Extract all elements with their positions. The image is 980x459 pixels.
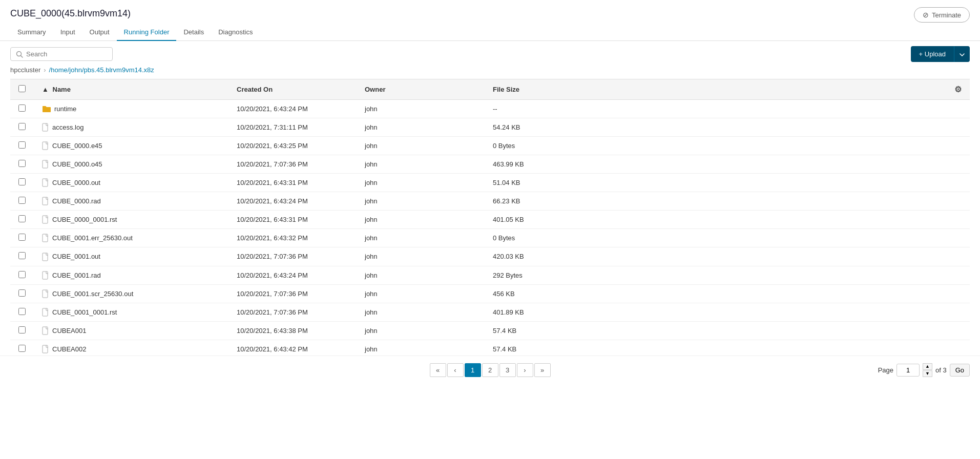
row-action-cell (946, 321, 970, 340)
svg-rect-2 (43, 123, 48, 131)
row-filesize-cell: 0 Bytes (485, 137, 946, 155)
row-checkbox[interactable] (18, 178, 26, 185)
row-filename[interactable]: CUBE_0000.e45 (52, 142, 102, 150)
row-checkbox-cell (10, 174, 34, 192)
row-created-cell: 10/20/2021, 6:43:24 PM (228, 266, 357, 284)
row-owner-cell: john (357, 229, 485, 247)
file-icon (42, 197, 52, 205)
table-row: runtime10/20/2021, 6:43:24 PMjohn-- (10, 100, 970, 118)
row-owner-cell: john (357, 284, 485, 303)
page-increment-button[interactable]: ▲ (923, 363, 932, 370)
svg-rect-8 (43, 234, 48, 242)
row-checkbox[interactable] (18, 197, 26, 204)
row-name-cell: CUBEA002 (34, 340, 228, 356)
row-checkbox[interactable] (18, 215, 26, 222)
row-created-cell: 10/20/2021, 6:43:25 PM (228, 137, 357, 155)
select-all-checkbox[interactable] (18, 85, 26, 92)
tab-input[interactable]: Input (53, 24, 82, 41)
page-of-label: of 3 (935, 366, 947, 374)
pagination-page-3[interactable]: 3 (499, 363, 516, 377)
pagination-first[interactable]: « (430, 363, 446, 377)
row-filename[interactable]: runtime (54, 105, 76, 113)
svg-rect-10 (43, 272, 48, 279)
tabs: Summary Input Output Running Folder Deta… (0, 24, 980, 41)
upload-button[interactable]: + Upload (911, 46, 954, 62)
row-filename[interactable]: access.log (52, 123, 84, 131)
row-checkbox-cell (10, 266, 34, 284)
page-number-input[interactable] (896, 364, 920, 377)
table-row: access.log10/20/2021, 7:31:11 PMjohn54.2… (10, 118, 970, 137)
svg-rect-5 (43, 179, 48, 186)
table-row: CUBE_0001.out10/20/2021, 7:07:36 PMjohn4… (10, 247, 970, 266)
pagination-last[interactable]: » (534, 363, 551, 377)
row-checkbox-cell (10, 211, 34, 229)
column-header-created[interactable]: Created On (228, 79, 357, 100)
row-checkbox[interactable] (18, 141, 26, 149)
table-header-row: ▲ Name Created On Owner File Size ⚙ (10, 79, 970, 100)
table-row: CUBE_0000.rad10/20/2021, 6:43:24 PMjohn6… (10, 192, 970, 211)
file-icon (42, 308, 52, 317)
row-name-cell: access.log (34, 118, 228, 137)
pagination-prev[interactable]: ‹ (447, 363, 464, 377)
pagination-page-2[interactable]: 2 (482, 363, 498, 377)
row-checkbox[interactable] (18, 252, 26, 259)
row-filename[interactable]: CUBE_0000.rad (52, 197, 101, 205)
row-filename[interactable]: CUBE_0001_0001.rst (52, 308, 117, 316)
upload-dropdown-button[interactable] (954, 46, 970, 62)
row-checkbox[interactable] (18, 123, 26, 130)
row-action-cell (946, 118, 970, 137)
row-checkbox-cell (10, 118, 34, 137)
row-filename[interactable]: CUBE_0000.o45 (52, 160, 102, 168)
pagination-page-1[interactable]: 1 (465, 363, 481, 377)
tab-details[interactable]: Details (176, 24, 211, 41)
go-button[interactable]: Go (950, 364, 970, 377)
row-checkbox[interactable] (18, 289, 26, 297)
tab-summary[interactable]: Summary (10, 24, 53, 41)
row-checkbox[interactable] (18, 234, 26, 241)
pagination: « ‹ 1 2 3 › » Page ▲ ▼ of 3 Go (0, 356, 980, 384)
row-action-cell (946, 192, 970, 211)
page-decrement-button[interactable]: ▼ (923, 370, 932, 377)
row-action-cell (946, 137, 970, 155)
row-checkbox[interactable] (18, 308, 26, 315)
pagination-next[interactable]: › (517, 363, 533, 377)
column-header-filesize[interactable]: File Size (485, 79, 946, 100)
column-header-name[interactable]: ▲ Name (34, 79, 228, 100)
row-filename[interactable]: CUBEA002 (52, 345, 86, 353)
chevron-down-icon (960, 53, 965, 56)
row-owner-cell: john (357, 137, 485, 155)
tab-output[interactable]: Output (82, 24, 117, 41)
tab-diagnostics[interactable]: Diagnostics (211, 24, 260, 41)
row-owner-cell: john (357, 174, 485, 192)
search-input[interactable] (26, 50, 107, 58)
row-filename[interactable]: CUBE_0001.err_25630.out (52, 234, 133, 242)
tab-running-folder[interactable]: Running Folder (117, 24, 177, 41)
row-owner-cell: john (357, 211, 485, 229)
row-action-cell (946, 155, 970, 174)
row-filename[interactable]: CUBE_0001.rad (52, 272, 101, 279)
table-row: CUBE_0001.scr_25630.out10/20/2021, 7:07:… (10, 284, 970, 303)
row-filename[interactable]: CUBE_0000.out (52, 179, 100, 186)
row-name-cell: runtime (34, 100, 228, 118)
row-checkbox[interactable] (18, 271, 26, 278)
column-header-owner[interactable]: Owner (357, 79, 485, 100)
file-icon (42, 215, 52, 224)
row-filesize-cell: 420.03 KB (485, 247, 946, 266)
row-checkbox[interactable] (18, 345, 26, 352)
breadcrumb-root[interactable]: hpccluster (10, 66, 40, 74)
row-filename[interactable]: CUBE_0000_0001.rst (52, 216, 117, 223)
table-row: CUBEA00110/20/2021, 6:43:38 PMjohn57.4 K… (10, 321, 970, 340)
row-name-cell: CUBE_0001.rad (34, 266, 228, 284)
table-row: CUBE_0001_0001.rst10/20/2021, 7:07:36 PM… (10, 303, 970, 321)
row-action-cell (946, 303, 970, 321)
row-filename[interactable]: CUBE_0001.out (52, 253, 100, 260)
row-checkbox[interactable] (18, 160, 26, 167)
terminate-button[interactable]: ⊘ Terminate (914, 7, 970, 23)
row-action-cell (946, 211, 970, 229)
row-filename[interactable]: CUBE_0001.scr_25630.out (52, 290, 133, 298)
breadcrumb-separator: › (44, 66, 46, 74)
settings-icon[interactable]: ⚙ (954, 85, 962, 94)
row-checkbox[interactable] (18, 105, 26, 112)
row-checkbox[interactable] (18, 326, 26, 333)
row-filename[interactable]: CUBEA001 (52, 327, 86, 335)
